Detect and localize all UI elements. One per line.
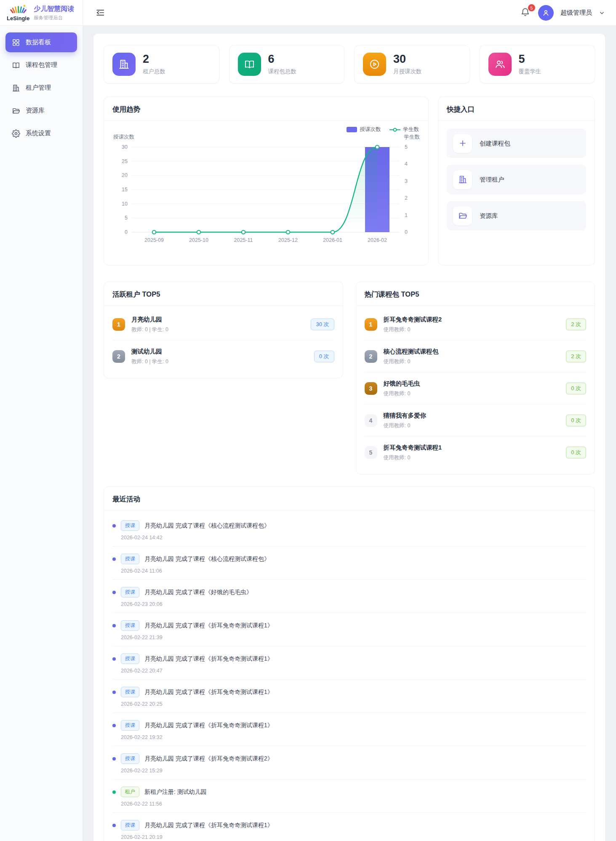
usage-count-pill: 2 次 — [566, 319, 586, 330]
legend-bar-marker — [347, 127, 357, 132]
activity-dot — [112, 790, 116, 794]
list-item: 1月亮幼儿园教师: 0 | 学生: 030 次 — [112, 308, 334, 340]
activity-type-badge: 授课 — [121, 587, 139, 597]
app-title: 少儿智慧阅读 — [34, 5, 74, 13]
activity-row: 授课月亮幼儿园 完成了课程《折耳兔奇奇测试课程1》2026-02-21 20:1… — [112, 813, 586, 841]
chevron-down-icon[interactable] — [599, 10, 605, 16]
quick-entry-label: 资源库 — [480, 212, 498, 220]
quick-entry-资源库[interactable]: 资源库 — [447, 201, 586, 230]
main-content: 2租户总数6课程包总数30月授课次数5覆盖学生 使用趋势 授课次数学生数 051… — [83, 26, 616, 841]
sidebar-item-label: 租户管理 — [26, 84, 51, 92]
book-icon — [238, 53, 261, 76]
stat-texts: 2租户总数 — [143, 54, 165, 75]
activity-dot — [112, 691, 116, 694]
activity-row: 租户新租户注册: 测试幼儿园2026-02-22 11:56 — [112, 779, 586, 813]
activity-text: 月亮幼儿园 完成了课程《折耳兔奇奇测试课程1》 — [144, 688, 273, 696]
rank-badge: 1 — [365, 318, 377, 331]
item-name: 测试幼儿园 — [131, 348, 168, 356]
activity-text: 月亮幼儿园 完成了课程《折耳兔奇奇测试课程1》 — [144, 622, 273, 629]
activity-time: 2026-02-22 21:39 — [121, 635, 586, 640]
activity-type-badge: 授课 — [121, 520, 139, 531]
stat-texts: 6课程包总数 — [268, 54, 297, 75]
activity-time: 2026-02-23 20:06 — [121, 601, 586, 607]
svg-text:20: 20 — [122, 172, 128, 178]
stat-texts: 5覆盖学生 — [519, 54, 541, 75]
activity-dot — [112, 591, 116, 594]
sidebar-item-label: 系统设置 — [26, 129, 51, 137]
quick-entry-title: 快捷入口 — [438, 97, 595, 121]
item-meta: 使用教师: 0 — [384, 326, 442, 333]
item-name: 猜猜我有多爱你 — [384, 412, 427, 420]
quick-entry-card: 快捷入口 创建课程包管理租户资源库 — [438, 96, 595, 265]
app-header: LeSingle 少儿智慧阅读 服务管理后台 5 — [0, 0, 616, 26]
brand-logo: LeSingle 少儿智慧阅读 服务管理后台 — [0, 0, 83, 25]
folder-icon — [12, 107, 20, 115]
svg-text:2025-10: 2025-10 — [189, 237, 208, 243]
activity-text: 月亮幼儿园 完成了课程《折耳兔奇奇测试课程1》 — [144, 822, 273, 829]
usage-count-pill: 0 次 — [566, 447, 586, 458]
activity-type-badge: 授课 — [121, 820, 139, 830]
quick-entry-创建课程包[interactable]: 创建课程包 — [447, 129, 586, 158]
activity-row: 授课月亮幼儿园 完成了课程《核心流程测试课程包》2026-02-24 14:42 — [112, 513, 586, 546]
stat-value: 2 — [143, 54, 165, 65]
activity-row: 授课月亮幼儿园 完成了课程《折耳兔奇奇测试课程1》2026-02-22 20:4… — [112, 646, 586, 680]
sidebar-item-租户管理[interactable]: 租户管理 — [5, 78, 77, 98]
stat-cards-row: 2租户总数6课程包总数30月授课次数5覆盖学生 — [104, 45, 595, 83]
svg-text:25: 25 — [122, 158, 128, 164]
stat-label: 月授课次数 — [393, 68, 422, 75]
app-subtitle: 服务管理后台 — [34, 15, 74, 21]
stat-label: 租户总数 — [143, 68, 165, 75]
sidebar-item-课程包管理[interactable]: 课程包管理 — [5, 55, 77, 75]
rank-badge: 4 — [365, 414, 377, 427]
activity-dot — [112, 624, 116, 627]
user-name[interactable]: 超级管理员 — [560, 9, 592, 17]
building-icon — [453, 170, 472, 189]
sidebar-item-label: 资源库 — [26, 107, 45, 115]
sidebar-fold-icon[interactable] — [95, 7, 106, 18]
activity-text: 新租户注册: 测试幼儿园 — [144, 788, 207, 796]
usage-trend-title: 使用趋势 — [104, 97, 428, 121]
stat-label: 课程包总数 — [268, 68, 297, 75]
svg-text:5: 5 — [125, 215, 128, 221]
plus-icon — [453, 134, 472, 153]
usage-count-pill: 30 次 — [311, 319, 334, 330]
sidebar-item-系统设置[interactable]: 系统设置 — [5, 123, 77, 143]
stat-card-覆盖学生: 5覆盖学生 — [480, 45, 595, 83]
legend-item-学生数[interactable]: 学生数 — [389, 126, 419, 133]
top-texts: 测试幼儿园教师: 0 | 学生: 0 — [131, 348, 168, 365]
building-icon — [112, 53, 136, 76]
activity-row: 授课月亮幼儿园 完成了课程《折耳兔奇奇测试课程1》2026-02-22 20:2… — [112, 680, 586, 713]
activity-text: 月亮幼儿园 完成了课程《折耳兔奇奇测试课程1》 — [144, 722, 273, 729]
grid-icon — [12, 38, 20, 47]
stat-card-课程包总数: 6课程包总数 — [229, 45, 345, 83]
notifications-button[interactable]: 5 — [520, 7, 531, 18]
item-meta: 使用教师: 0 — [384, 422, 427, 429]
activity-type-badge: 授课 — [121, 720, 139, 731]
activity-time: 2026-02-22 11:56 — [121, 801, 586, 807]
activity-dot — [112, 557, 116, 561]
activity-row: 授课月亮幼儿园 完成了课程《好饿的毛毛虫》2026-02-23 20:06 — [112, 580, 586, 613]
top-texts: 折耳兔奇奇测试课程2使用教师: 0 — [384, 316, 442, 333]
list-item: 4猜猜我有多爱你使用教师: 00 次 — [365, 404, 587, 437]
svg-text:2026-01: 2026-01 — [323, 237, 342, 243]
legend-item-授课次数[interactable]: 授课次数 — [347, 126, 381, 133]
recent-activity-card: 最近活动 授课月亮幼儿园 完成了课程《核心流程测试课程包》2026-02-24 … — [104, 486, 595, 841]
sidebar-item-资源库[interactable]: 资源库 — [5, 101, 77, 121]
activity-time: 2026-02-24 11:06 — [121, 568, 586, 574]
activity-time: 2026-02-22 15:29 — [121, 768, 586, 774]
item-meta: 教师: 0 | 学生: 0 — [131, 326, 168, 333]
sidebar-item-数据看板[interactable]: 数据看板 — [5, 32, 77, 52]
activity-dot — [112, 757, 116, 761]
activity-type-badge: 授课 — [121, 554, 139, 564]
activity-text: 月亮幼儿园 完成了课程《折耳兔奇奇测试课程1》 — [144, 655, 273, 663]
top-texts: 猜猜我有多爱你使用教师: 0 — [384, 412, 427, 429]
stat-label: 覆盖学生 — [519, 68, 541, 75]
svg-text:授课次数: 授课次数 — [113, 134, 135, 140]
quick-entry-管理租户[interactable]: 管理租户 — [447, 165, 586, 194]
list-item: 1折耳兔奇奇测试课程2使用教师: 02 次 — [365, 308, 587, 340]
avatar[interactable] — [538, 5, 554, 21]
folder-icon — [453, 206, 472, 225]
activity-row: 授课月亮幼儿园 完成了课程《折耳兔奇奇测试课程2》2026-02-22 15:2… — [112, 746, 586, 779]
svg-text:10: 10 — [122, 201, 128, 207]
legend-label: 授课次数 — [360, 126, 381, 133]
